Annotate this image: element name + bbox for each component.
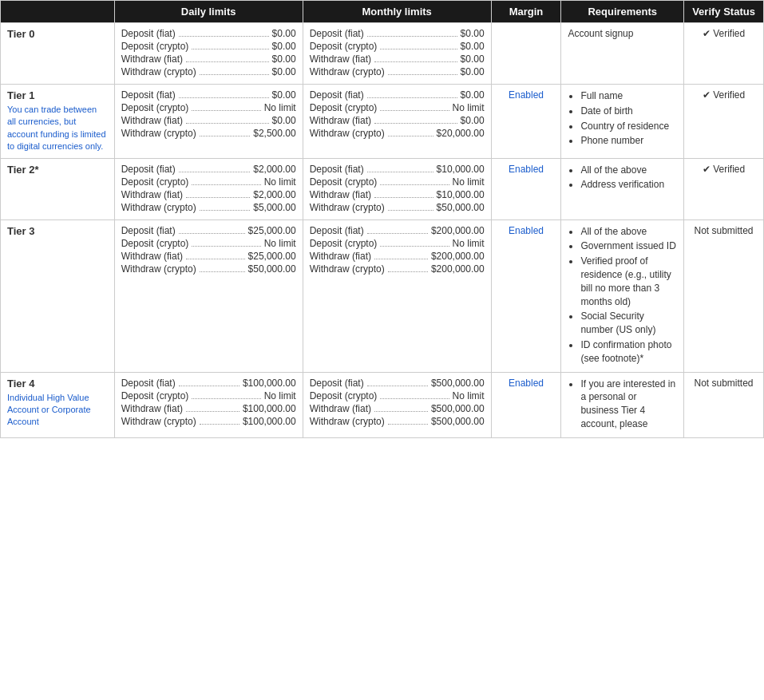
limit-row: Withdraw (fiat) $2,000.00 [121, 189, 296, 200]
limit-value: No limit [453, 102, 485, 113]
limit-label: Withdraw (fiat) [121, 115, 183, 126]
limit-row: Withdraw (crypto) $50,000.00 [310, 202, 485, 213]
tiers-table: Daily limits Monthly limits Margin Requi… [0, 0, 764, 438]
limit-value: $0.00 [272, 66, 296, 77]
limit-label: Withdraw (crypto) [121, 66, 196, 77]
limit-row: Deposit (crypto) No limit [121, 238, 296, 249]
limit-value: $100,000.00 [243, 416, 296, 427]
limit-row: Deposit (fiat) $0.00 [121, 89, 296, 101]
header-daily: Daily limits [114, 1, 303, 23]
limit-row: Deposit (crypto) $0.00 [310, 41, 485, 52]
limit-value: $0.00 [461, 53, 485, 65]
requirements-cell: If you are interested in a personal or b… [561, 372, 684, 437]
limit-value: $100,000.00 [243, 378, 296, 389]
limit-value: $10,000.00 [437, 189, 485, 200]
limit-label: Withdraw (crypto) [310, 66, 385, 77]
not-submitted-badge: Not submitted [695, 225, 754, 236]
limit-label: Deposit (crypto) [310, 102, 378, 113]
limit-dots [186, 248, 245, 259]
limit-value: $200,000.00 [431, 225, 485, 236]
limit-label: Withdraw (crypto) [310, 416, 385, 427]
limit-dots [192, 388, 260, 399]
daily-limits-cell: Deposit (fiat) $25,000.00 Deposit (crypt… [114, 219, 303, 372]
limit-label: Deposit (crypto) [121, 238, 189, 249]
limit-label: Deposit (fiat) [310, 89, 364, 101]
limit-label: Withdraw (fiat) [121, 403, 183, 414]
limit-dots [192, 174, 260, 185]
limit-row: Withdraw (crypto) $0.00 [310, 66, 485, 77]
requirement-item: All of the above [580, 164, 677, 177]
requirement-item: ID confirmation photo (see footnote)* [580, 338, 677, 366]
limit-row: Withdraw (crypto) $200,000.00 [310, 263, 485, 275]
limit-row: Withdraw (crypto) $20,000.00 [310, 128, 485, 139]
requirement-item: Verified proof of residence (e.g., utili… [580, 255, 677, 308]
daily-limits-cell: Deposit (fiat) $2,000.00 Deposit (crypto… [114, 158, 303, 219]
limit-dots [388, 64, 457, 75]
limit-dots [192, 38, 268, 49]
limit-value: $2,500.00 [253, 128, 295, 139]
limit-label: Deposit (fiat) [121, 89, 176, 101]
tier-note: You can trade between all currencies, bu… [7, 105, 106, 151]
limit-label: Withdraw (crypto) [310, 202, 385, 213]
limit-row: Withdraw (crypto) $2,500.00 [121, 128, 296, 139]
limit-dots [200, 413, 239, 425]
limit-row: Withdraw (fiat) $200,000.00 [310, 251, 485, 262]
limit-dots [374, 401, 428, 412]
limit-value: $0.00 [461, 28, 485, 39]
daily-limits-cell: Deposit (fiat) $100,000.00 Deposit (cryp… [114, 372, 303, 437]
table-row-tier2: Tier 2* Deposit (fiat) $2,000.00 Deposit… [1, 158, 764, 219]
limit-row: Deposit (crypto) No limit [310, 238, 485, 249]
requirements-cell: All of the aboveGovernment issued IDVeri… [561, 219, 684, 372]
limit-dots [380, 174, 449, 185]
limit-row: Withdraw (fiat) $10,000.00 [310, 189, 485, 200]
header-tier [1, 1, 115, 23]
limit-label: Deposit (fiat) [121, 164, 176, 175]
limit-row: Withdraw (fiat) $0.00 [310, 53, 485, 65]
limit-dots [179, 223, 245, 234]
margin-cell [491, 23, 561, 85]
limit-dots [380, 100, 449, 111]
limit-value: $0.00 [272, 115, 296, 126]
limit-dots [179, 87, 269, 98]
tier-label: Tier 2* [7, 164, 108, 176]
limit-row: Deposit (crypto) No limit [310, 102, 485, 113]
limit-row: Deposit (fiat) $500,000.00 [310, 378, 485, 389]
limit-value: $0.00 [461, 66, 485, 77]
limit-row: Deposit (fiat) $0.00 [310, 28, 485, 39]
limit-dots [200, 125, 251, 136]
limit-dots [367, 87, 457, 98]
limit-row: Deposit (fiat) $200,000.00 [310, 225, 485, 236]
monthly-limits-cell: Deposit (fiat) $500,000.00 Deposit (cryp… [303, 372, 491, 437]
monthly-limits-cell: Deposit (fiat) $0.00 Deposit (crypto) No… [303, 85, 491, 159]
requirement-item: Address verification [580, 178, 677, 192]
limit-label: Deposit (crypto) [310, 176, 378, 188]
verify-status-cell: ✔ Verified [684, 85, 764, 159]
limit-row: Withdraw (fiat) $0.00 [121, 53, 296, 65]
limit-dots [179, 161, 251, 172]
limit-value: $200,000.00 [431, 251, 485, 262]
limit-label: Deposit (fiat) [121, 225, 176, 236]
limit-label: Withdraw (fiat) [310, 251, 371, 262]
limit-value: $500,000.00 [431, 416, 485, 427]
limit-label: Withdraw (crypto) [121, 128, 196, 139]
verify-status-cell: ✔ Verified [684, 158, 764, 219]
limit-dots [380, 235, 449, 247]
limit-dots [374, 51, 457, 62]
limit-label: Withdraw (fiat) [121, 53, 183, 65]
limit-label: Deposit (crypto) [310, 238, 378, 249]
limit-row: Deposit (crypto) No limit [310, 390, 485, 401]
limit-label: Deposit (fiat) [121, 28, 176, 39]
limit-label: Withdraw (crypto) [121, 416, 196, 427]
limit-label: Deposit (fiat) [310, 378, 364, 389]
limit-row: Withdraw (fiat) $500,000.00 [310, 403, 485, 414]
limit-row: Deposit (fiat) $0.00 [121, 28, 296, 39]
limit-value: No limit [453, 176, 485, 188]
verified-badge: ✔ Verified [703, 28, 745, 39]
limit-value: No limit [453, 390, 485, 401]
limit-value: $200,000.00 [431, 263, 485, 275]
limit-dots [179, 375, 239, 386]
limit-value: No limit [264, 102, 296, 113]
limit-row: Deposit (fiat) $0.00 [310, 89, 485, 101]
limit-value: $5,000.00 [253, 202, 295, 213]
limit-value: $0.00 [272, 89, 296, 101]
